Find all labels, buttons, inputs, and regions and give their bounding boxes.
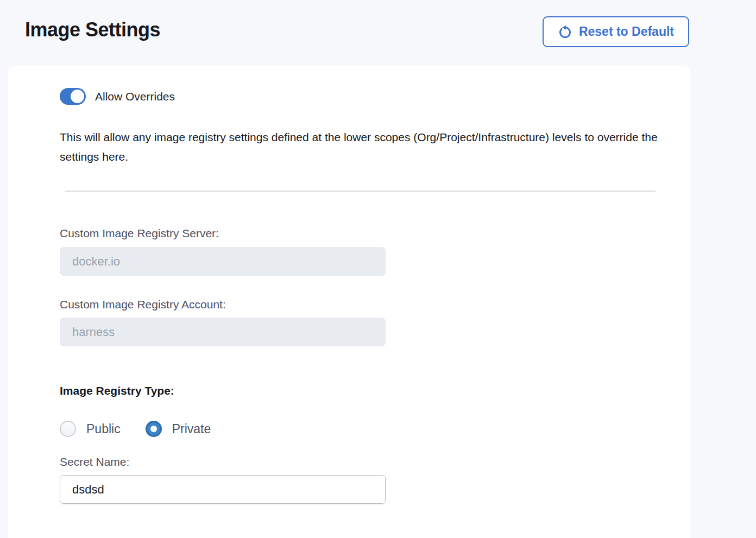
radio-unchecked-icon (60, 421, 76, 437)
secret-name-label: Secret Name: (60, 455, 129, 469)
registry-type-radio-group: Public Private (60, 421, 211, 437)
radio-public-label: Public (86, 422, 121, 436)
overrides-description: This will allow any image registry setti… (60, 128, 666, 167)
reset-icon (558, 24, 572, 39)
radio-option-public[interactable]: Public (60, 421, 121, 437)
registry-account-input[interactable] (60, 318, 386, 346)
allow-overrides-toggle[interactable] (60, 88, 86, 105)
reset-button-label: Reset to Default (579, 24, 674, 39)
registry-server-label: Custom Image Registry Server: (60, 227, 219, 240)
radio-checked-icon (146, 421, 162, 437)
registry-account-label: Custom Image Registry Account: (60, 298, 226, 311)
page-header: Image Settings Reset to Default (0, 0, 756, 66)
registry-type-label: Image Registry Type: (60, 384, 174, 397)
section-divider (65, 191, 656, 192)
secret-name-input[interactable] (60, 475, 386, 504)
registry-server-input[interactable] (60, 247, 386, 276)
allow-overrides-row: Allow Overrides (60, 88, 175, 105)
allow-overrides-label: Allow Overrides (95, 90, 175, 103)
radio-private-label: Private (172, 422, 211, 436)
toggle-knob-icon (71, 90, 84, 103)
radio-option-private[interactable]: Private (146, 421, 211, 437)
reset-to-default-button[interactable]: Reset to Default (543, 16, 689, 47)
image-settings-card: Allow Overrides This will allow any imag… (8, 66, 690, 538)
page-title: Image Settings (25, 18, 160, 41)
